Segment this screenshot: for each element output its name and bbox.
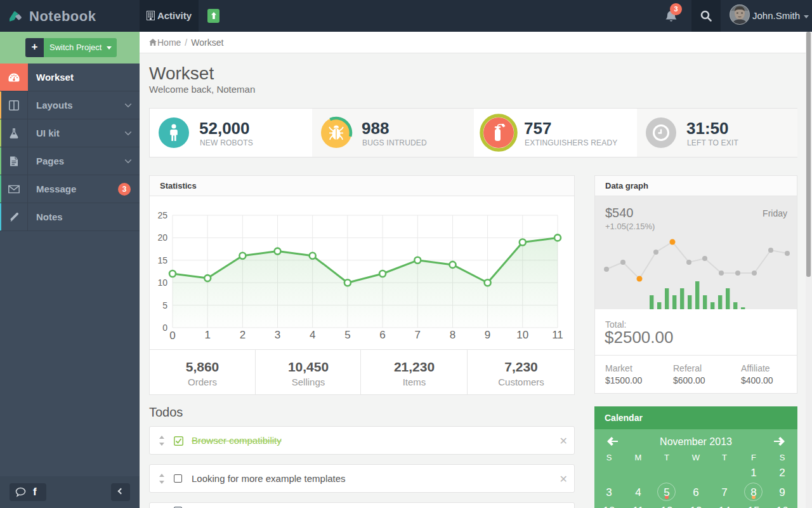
svg-text:5: 5 (162, 300, 167, 311)
svg-text:10: 10 (157, 277, 167, 288)
svg-text:20: 20 (157, 232, 167, 243)
svg-text:3: 3 (275, 329, 280, 341)
svg-text:0: 0 (169, 330, 175, 342)
svg-text:9: 9 (485, 329, 490, 341)
svg-text:8: 8 (450, 329, 455, 341)
svg-text:5: 5 (344, 329, 350, 341)
svg-text:4: 4 (310, 329, 315, 341)
svg-text:6: 6 (379, 329, 385, 341)
svg-text:25: 25 (157, 210, 167, 220)
svg-text:1: 1 (204, 329, 210, 341)
svg-text:7: 7 (415, 329, 421, 341)
svg-text:11: 11 (552, 329, 563, 341)
svg-text:0: 0 (162, 323, 167, 333)
svg-text:15: 15 (157, 255, 167, 265)
svg-text:2: 2 (240, 329, 246, 341)
svg-text:10: 10 (516, 329, 528, 341)
